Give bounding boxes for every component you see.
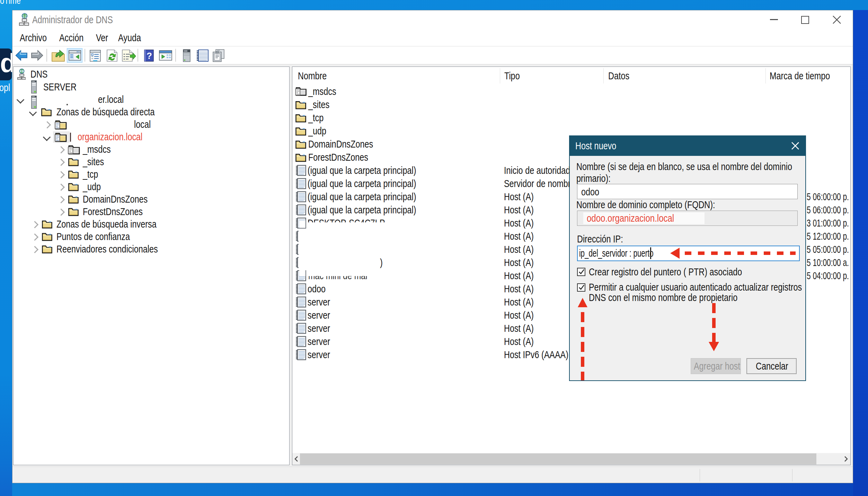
svg-text:?: ? [147, 51, 152, 61]
